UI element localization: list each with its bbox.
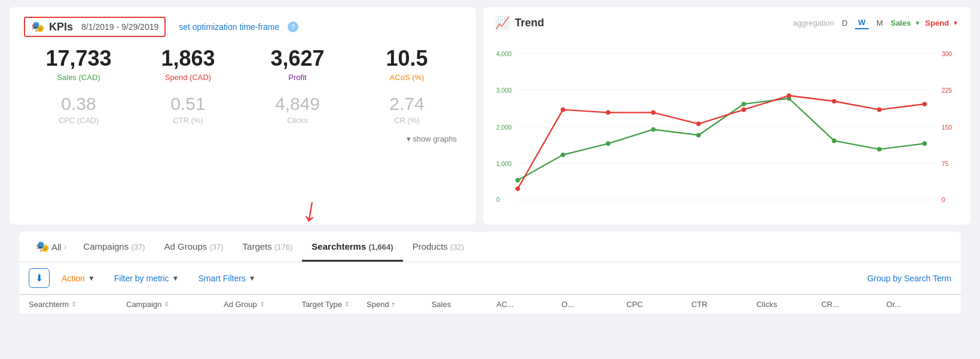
kpi-metric-cr: 2.74 CR (%): [352, 94, 462, 125]
kpi-clicks-label: Clicks: [243, 116, 352, 125]
set-optimization-link[interactable]: set optimization time-frame: [179, 22, 279, 32]
filter-by-metric-button[interactable]: Filter by metric ▼: [107, 270, 187, 287]
bottom-wrapper: ↓ 🎭 All › Campaigns (37) Ad Groups (37): [10, 232, 970, 314]
col-sales[interactable]: Sales: [432, 300, 497, 309]
svg-text:1,000: 1,000: [496, 161, 512, 167]
col-campaign[interactable]: Campaign ⇕: [126, 300, 224, 309]
tab-campaigns[interactable]: Campaigns (37): [74, 233, 154, 262]
svg-text:225: 225: [942, 87, 952, 94]
show-graphs-toggle[interactable]: ▾ show graphs: [24, 134, 462, 143]
svg-point-33: [877, 108, 882, 112]
aggregation-label: aggregation: [793, 19, 834, 27]
toolbar-row: ⬇ Action ▼ Filter by metric ▼ Smart Filt…: [19, 262, 961, 294]
kpi-metric-clicks: 4,849 Clicks: [243, 94, 352, 125]
main-container: 🎭 KPIs 8/1/2019 - 9/29/2019 set optimiza…: [0, 0, 980, 359]
svg-point-26: [561, 108, 566, 112]
agg-day-btn[interactable]: D: [839, 17, 850, 29]
kpi-cpc-label: CPC (CAD): [24, 116, 133, 125]
kpi-cr-label: CR (%): [352, 116, 462, 125]
kpi-date-range[interactable]: 8/1/2019 - 9/29/2019: [81, 22, 158, 32]
col-clicks[interactable]: Clicks: [756, 300, 822, 309]
tab-products-count: (32): [450, 243, 464, 251]
kpi-acos-label: ACoS (%): [352, 73, 462, 82]
trend-panel: 📈 Trend aggregation D W M Sales ▼ Spend …: [483, 7, 970, 225]
col-spend[interactable]: Spend ↑: [367, 300, 432, 309]
kpi-panel: 🎭 KPIs 8/1/2019 - 9/29/2019 set optimiza…: [10, 7, 476, 225]
kpi-metric-ctr: 0.51 CTR (%): [133, 94, 243, 125]
download-button[interactable]: ⬇: [29, 268, 50, 288]
svg-point-23: [877, 147, 882, 152]
action-button[interactable]: Action ▼: [54, 270, 102, 287]
svg-point-25: [515, 186, 520, 191]
trend-chart-area: 4,000 3,000 2,000 1,000 0 300 225 150 75…: [495, 37, 958, 216]
kpi-icon: 🎭: [31, 20, 44, 33]
kpi-metric-spend: 1,863 Spend (CAD): [133, 47, 243, 82]
svg-point-32: [832, 99, 836, 104]
kpi-header: 🎭 KPIs 8/1/2019 - 9/29/2019 set optimiza…: [24, 17, 462, 37]
svg-text:3,000: 3,000: [496, 87, 512, 94]
svg-point-16: [561, 152, 566, 157]
trend-header: 📈 Trend aggregation D W M Sales ▼ Spend …: [495, 16, 958, 30]
sort-campaign-icon: ⇕: [164, 300, 169, 308]
kpi-metric-cpc: 0.38 CPC (CAD): [24, 94, 133, 125]
svg-point-20: [741, 102, 746, 106]
chevron-down-icon: ▾: [407, 134, 411, 143]
col-ctr[interactable]: CTR: [691, 300, 756, 309]
kpi-cr-value: 2.74: [352, 94, 462, 113]
svg-point-31: [787, 93, 792, 98]
svg-point-22: [832, 139, 836, 143]
group-by-search-term-button[interactable]: Group by Search Term: [867, 274, 951, 283]
sort-targettype-icon: ⇕: [344, 300, 350, 308]
svg-text:0: 0: [942, 197, 945, 203]
kpi-metric-acos: 10.5 ACoS (%): [352, 47, 462, 82]
svg-text:4,000: 4,000: [496, 51, 512, 57]
col-cr[interactable]: CR...: [822, 300, 887, 309]
tab-targets-count: (176): [274, 243, 292, 251]
col-adgroup[interactable]: Ad Group ⇕: [224, 300, 301, 309]
tab-ad-groups[interactable]: Ad Groups (37): [155, 233, 233, 262]
table-header-row: Searchterm ⇕ Campaign ⇕ Ad Group ⇕ Targe…: [19, 294, 961, 314]
tab-ad-groups-count: (37): [209, 243, 223, 251]
tab-targets[interactable]: Targets (176): [233, 233, 303, 262]
help-icon[interactable]: ?: [288, 22, 298, 32]
trend-chart-svg: 4,000 3,000 2,000 1,000 0 300 225 150 75…: [495, 37, 958, 216]
download-icon: ⬇: [35, 272, 43, 284]
tab-products[interactable]: Products (32): [403, 233, 474, 262]
kpi-ctr-label: CTR (%): [133, 116, 243, 125]
kpi-spend-value: 1,863: [133, 47, 243, 70]
tabs-row: 🎭 All › Campaigns (37) Ad Groups (37) Ta…: [19, 232, 961, 262]
all-chevron-icon: ›: [64, 242, 67, 251]
col-acos[interactable]: AC...: [496, 300, 561, 309]
kpi-spend-label: Spend (CAD): [133, 73, 243, 82]
svg-point-24: [923, 142, 927, 146]
col-targettype[interactable]: Target Type ⇕: [301, 300, 367, 309]
svg-point-34: [923, 102, 927, 106]
filter-dropdown-icon: ▼: [172, 274, 179, 283]
smart-filters-button[interactable]: Smart Filters ▼: [191, 270, 263, 287]
kpi-title-box: 🎭 KPIs 8/1/2019 - 9/29/2019: [24, 17, 166, 37]
kpi-metric-profit: 3,627 Profit: [243, 47, 352, 82]
col-searchterm[interactable]: Searchterm ⇕: [29, 300, 126, 309]
tab-all[interactable]: 🎭 All ›: [29, 232, 74, 262]
agg-week-btn[interactable]: W: [855, 17, 868, 29]
kpi-cpc-value: 0.38: [24, 94, 133, 113]
col-or[interactable]: Or...: [886, 300, 951, 309]
kpi-primary-metrics: 17,733 Sales (CAD) 1,863 Spend (CAD) 3,6…: [24, 47, 462, 82]
col-cpc[interactable]: CPC: [627, 300, 692, 309]
top-section: 🎭 KPIs 8/1/2019 - 9/29/2019 set optimiza…: [0, 0, 980, 232]
sort-searchterm-icon: ⇕: [71, 300, 77, 308]
agg-month-btn[interactable]: M: [874, 17, 886, 29]
kpi-sales-value: 17,733: [24, 47, 133, 70]
svg-point-28: [651, 111, 656, 115]
kpi-profit-label: Profit: [243, 73, 352, 82]
kpi-title: KPIs: [49, 21, 73, 33]
tab-searchterms[interactable]: Searchterms (1,664): [302, 233, 402, 262]
col-orders[interactable]: O...: [561, 300, 627, 309]
trend-chart-icon: 📈: [495, 16, 510, 30]
svg-point-29: [696, 121, 701, 126]
svg-text:75: 75: [942, 161, 949, 167]
svg-point-15: [515, 178, 520, 183]
svg-text:2,000: 2,000: [496, 124, 512, 131]
all-icon: 🎭: [36, 240, 49, 253]
kpi-profit-value: 3,627: [243, 47, 352, 70]
